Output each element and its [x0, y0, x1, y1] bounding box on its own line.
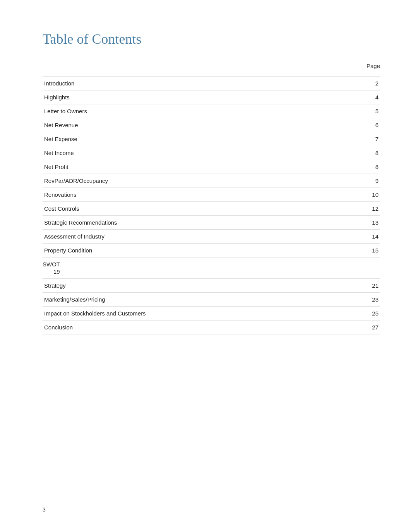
- toc-header-row: Page: [43, 63, 380, 72]
- toc-item-page: 8: [357, 160, 380, 174]
- toc-swot-label: SWOT19: [43, 257, 357, 279]
- toc-item-page: 23: [357, 293, 380, 307]
- list-item: Highlights 4: [43, 90, 380, 104]
- toc-item-label: Assessment of Industry: [43, 230, 357, 244]
- toc-item-page: 14: [357, 230, 380, 244]
- toc-item-page: 21: [357, 279, 380, 293]
- toc-item-label: Letter to Owners: [43, 104, 357, 118]
- toc-item-page: 9: [357, 174, 380, 188]
- toc-item-label: Highlights: [43, 90, 357, 104]
- list-item: Renovations 10: [43, 188, 380, 202]
- toc-item-page: 10: [357, 188, 380, 202]
- toc-item-label: Net Income: [43, 146, 357, 160]
- page-number: 3: [43, 506, 46, 513]
- toc-item-label: Property Condition: [43, 244, 357, 257]
- list-item: Strategy 21: [43, 279, 380, 293]
- toc-item-page: 25: [357, 307, 380, 321]
- toc-main-table: Introduction 2 Highlights 4 Letter to Ow…: [43, 76, 380, 334]
- list-item: Cost Controls 12: [43, 202, 380, 216]
- toc-item-label: Strategy: [43, 279, 357, 293]
- toc-item-label: Impact on Stockholders and Customers: [43, 307, 357, 321]
- list-item: Assessment of Industry 14: [43, 230, 380, 244]
- list-item: SWOT19: [43, 257, 380, 279]
- toc-swot-page: [357, 257, 380, 279]
- toc-item-label: Strategic Recommendations: [43, 216, 357, 230]
- toc-item-page: 12: [357, 202, 380, 216]
- list-item: Net Profit 8: [43, 160, 380, 174]
- toc-table: Page: [43, 63, 380, 72]
- list-item: Net Revenue 6: [43, 118, 380, 132]
- toc-item-label: Renovations: [43, 188, 357, 202]
- toc-swot-page-indent: 19: [43, 268, 357, 278]
- toc-item-label: Cost Controls: [43, 202, 357, 216]
- list-item: Letter to Owners 5: [43, 104, 380, 118]
- toc-item-page: 7: [357, 132, 380, 146]
- list-item: Impact on Stockholders and Customers 25: [43, 307, 380, 321]
- list-item: RevPar/ADR/Occupancy 9: [43, 174, 380, 188]
- toc-item-page: 6: [357, 118, 380, 132]
- toc-item-page: 13: [357, 216, 380, 230]
- list-item: Marketing/Sales/Pricing 23: [43, 293, 380, 307]
- toc-item-label: RevPar/ADR/Occupancy: [43, 174, 357, 188]
- page-col-header: Page: [357, 63, 380, 72]
- toc-item-label: Net Profit: [43, 160, 357, 174]
- list-item: Strategic Recommendations 13: [43, 216, 380, 230]
- list-item: Property Condition 15: [43, 244, 380, 257]
- toc-item-page: 5: [357, 104, 380, 118]
- page-title: Table of Contents: [43, 31, 380, 47]
- toc-item-page: 27: [357, 321, 380, 334]
- toc-item-page: 8: [357, 146, 380, 160]
- list-item: Conclusion 27: [43, 321, 380, 334]
- toc-item-page: 15: [357, 244, 380, 257]
- list-item: Net Expense 7: [43, 132, 380, 146]
- item-col-header: [43, 63, 357, 72]
- toc-item-label: Net Expense: [43, 132, 357, 146]
- toc-item-label: Marketing/Sales/Pricing: [43, 293, 357, 307]
- toc-item-page: 4: [357, 90, 380, 104]
- list-item: Net Income 8: [43, 146, 380, 160]
- toc-item-label: Introduction: [43, 77, 357, 90]
- toc-item-page: 2: [357, 77, 380, 90]
- toc-item-label: Net Revenue: [43, 118, 357, 132]
- toc-item-label: Conclusion: [43, 321, 357, 334]
- list-item: Introduction 2: [43, 77, 380, 90]
